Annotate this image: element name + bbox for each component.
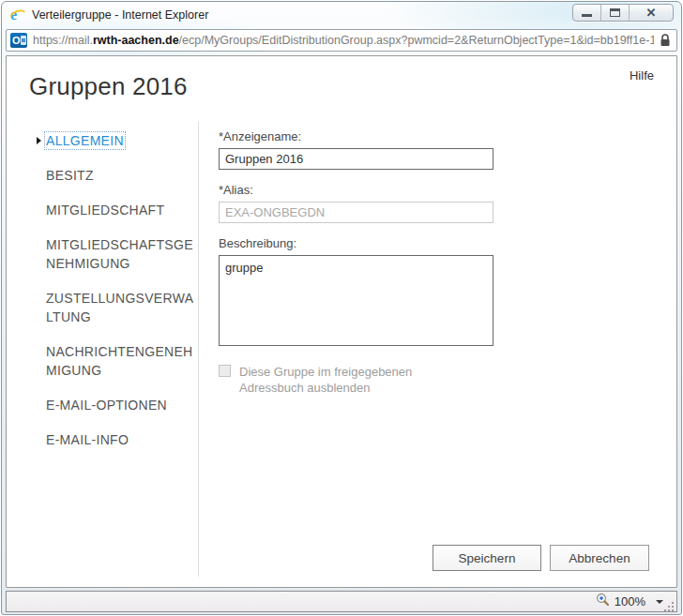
minimize-icon bbox=[582, 14, 592, 17]
nav-item-mitgliedschaft[interactable]: MITGLIEDSCHAFT bbox=[46, 201, 198, 219]
status-bar: 100% bbox=[6, 591, 677, 612]
cancel-button[interactable]: Abbrechen bbox=[550, 545, 649, 571]
nav-item-nachrichtengenehmigung[interactable]: NACHRICHTENGENEHMIGUNG bbox=[46, 342, 198, 380]
hide-in-addressbook-checkbox[interactable] bbox=[219, 365, 231, 377]
description-label: Beschreibung: bbox=[219, 236, 493, 250]
help-link[interactable]: Hilfe bbox=[630, 68, 654, 83]
zoom-dropdown-caret-icon[interactable] bbox=[656, 600, 663, 604]
close-icon: ✕ bbox=[646, 7, 657, 19]
url-path: /ecp/MyGroups/EditDistributionGroup.aspx… bbox=[179, 34, 654, 47]
description-textarea[interactable]: gruppe bbox=[219, 255, 493, 346]
dialog-content: Hilfe Gruppen 2016 ALLGEMEIN BESITZ MITG… bbox=[6, 55, 677, 588]
edit-group-form: *Anzeigename: *Alias: Beschreibung: grup… bbox=[219, 129, 493, 396]
nav-item-email-info[interactable]: E-MAIL-INFO bbox=[46, 430, 198, 449]
outlook-favicon-icon: O bbox=[10, 33, 27, 48]
url-box[interactable]: O https://mail.rwth-aachen.de/ecp/MyGrou… bbox=[6, 29, 677, 52]
page-title: Gruppen 2016 bbox=[29, 72, 188, 101]
hide-in-addressbook-label: Diese Gruppe im freigegebenen Adressbuch… bbox=[239, 364, 472, 396]
hide-in-addressbook-row: Diese Gruppe im freigegebenen Adressbuch… bbox=[219, 364, 472, 396]
alias-input bbox=[219, 202, 493, 223]
nav-item-email-optionen[interactable]: E-MAIL-OPTIONEN bbox=[46, 396, 198, 414]
browser-window: e Verteilergruppe - Internet Explorer ✕ … bbox=[1, 1, 682, 615]
alias-label: *Alias: bbox=[219, 183, 493, 197]
url-text[interactable]: https://mail.rwth-aachen.de/ecp/MyGroups… bbox=[33, 34, 654, 47]
display-name-label: *Anzeigename: bbox=[219, 129, 493, 143]
window-controls: ✕ bbox=[572, 4, 674, 22]
display-name-input[interactable] bbox=[219, 148, 493, 170]
zoom-magnifier-icon[interactable] bbox=[596, 593, 610, 610]
sidebar-nav: ALLGEMEIN BESITZ MITGLIEDSCHAFT MITGLIED… bbox=[46, 131, 198, 449]
save-button[interactable]: Speichern bbox=[433, 545, 541, 571]
address-bar: O https://mail.rwth-aachen.de/ecp/MyGrou… bbox=[2, 26, 681, 55]
title-bar: e Verteilergruppe - Internet Explorer ✕ bbox=[2, 2, 681, 26]
url-scheme: https://mail. bbox=[33, 34, 93, 47]
url-domain: rwth-aachen.de bbox=[93, 34, 179, 47]
internet-explorer-icon: e bbox=[9, 7, 25, 23]
close-button[interactable]: ✕ bbox=[630, 5, 673, 21]
sidebar-divider bbox=[198, 122, 199, 577]
lock-icon bbox=[660, 34, 671, 47]
nav-item-allgemein[interactable]: ALLGEMEIN bbox=[46, 131, 198, 150]
nav-item-zustellungsverwaltung[interactable]: ZUSTELLUNGSVERWALTUNG bbox=[46, 289, 198, 326]
maximize-button[interactable] bbox=[601, 5, 630, 21]
minimize-button[interactable] bbox=[573, 5, 601, 21]
window-title: Verteilergruppe - Internet Explorer bbox=[32, 8, 208, 22]
resize-grip-icon[interactable] bbox=[664, 599, 675, 609]
nav-item-mitgliedschaftsgenehmigung[interactable]: MITGLIEDSCHAFTSGENEHMIGUNG bbox=[46, 235, 198, 273]
nav-item-besitz[interactable]: BESITZ bbox=[46, 166, 198, 185]
maximize-icon bbox=[610, 8, 620, 17]
zoom-level[interactable]: 100% bbox=[615, 594, 645, 608]
action-buttons: Speichern Abbrechen bbox=[433, 545, 649, 571]
